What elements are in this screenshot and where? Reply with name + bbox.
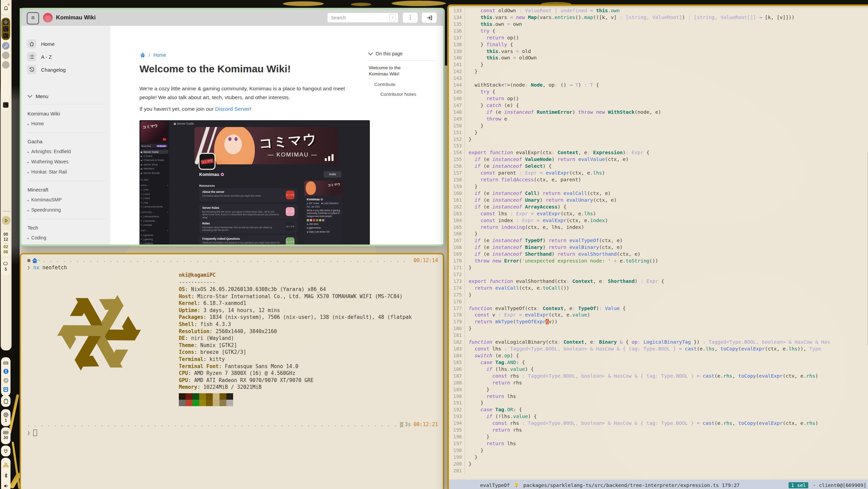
helix-editor-window[interactable]: 133 const oldOwn : ValueRoot | undefined…: [447, 4, 868, 489]
wiki-body: Home A - Z Changelog Menu Komimau Wiki▸H…: [21, 26, 443, 244]
hamburger-menu-button[interactable]: ≡: [27, 12, 39, 24]
discord-channel[interactable]: ▣ Channels & Roles: [140, 158, 168, 162]
workspace-empty[interactable]: [2, 61, 10, 69]
line-number: 160: [449, 190, 465, 197]
discord-channel[interactable]: ▣ Server Boosts: [140, 171, 168, 175]
dock-kitty-pinned[interactable]: >_: [1, 99, 11, 111]
discord-resource-card[interactable]: About the serverInformation about the se…: [199, 188, 298, 202]
discord-group-header[interactable]: main ⌄+: [140, 229, 168, 233]
discord-channel[interactable]: ▣ Server Guide: [140, 150, 168, 154]
power-widget[interactable]: [1, 446, 11, 456]
line-number: 151: [449, 129, 465, 136]
discord-channel[interactable]: # | test: [140, 178, 168, 182]
sidebar-item-home[interactable]: Home: [27, 39, 55, 49]
line-content: }: [469, 136, 472, 143]
search-input[interactable]: Search /: [327, 13, 398, 23]
discord-channel[interactable]: ▣ Members: [140, 167, 168, 171]
clipboard-widget[interactable]: [1, 395, 11, 407]
discord-channel[interactable]: # | rules: [140, 192, 168, 196]
discord-channel[interactable]: ▣ 1 Event: [140, 154, 168, 158]
dock-workspaces: >_ >_: [1, 16, 11, 100]
tray-widget[interactable]: [1, 357, 11, 396]
sidebar-link[interactable]: ▸KomimauSMP: [27, 197, 62, 202]
code-line: 184 switch (e.op) {: [449, 352, 867, 359]
tray-widget-2[interactable]: [1, 458, 11, 489]
line-number: 136: [449, 28, 465, 35]
speaker-icon: [4, 484, 8, 488]
line-content: if (e instanceof Shorthand) return evalS…: [469, 251, 640, 258]
toc-link[interactable]: Contributor Notes: [380, 92, 437, 97]
workspace-steam[interactable]: [2, 42, 10, 50]
discord-channel[interactable]: # | gaming: [140, 237, 168, 241]
discord-channel[interactable]: # | info: [140, 188, 168, 192]
kitty-terminal-icon[interactable]: >_: [3, 26, 8, 32]
discord-channel[interactable]: # | faq: [140, 200, 168, 204]
wiki-site-title[interactable]: Komimau Wiki: [56, 14, 96, 21]
spiral-app-icon[interactable]: [3, 19, 8, 25]
sidebar-menu-toggle[interactable]: Menu: [28, 91, 49, 101]
hourglass-icon: [399, 422, 404, 427]
sidebar-link[interactable]: ▸Wuthering Waves: [27, 159, 69, 164]
discord-server-link[interactable]: Discord Server: [215, 106, 250, 112]
neofetch-userhost: nki@kagamiPC: [179, 272, 215, 278]
command-timestamp: 00:12:14: [414, 257, 438, 264]
line-number: 162: [449, 204, 465, 211]
discord-group-header[interactable]: notice ⌄+: [140, 183, 168, 188]
neofetch-line: Kernel: 6.18.7-xanmod1: [179, 300, 246, 306]
discord-channel[interactable]: # | announcements: [140, 204, 168, 209]
media-play-button[interactable]: [2, 216, 11, 225]
clock-widget[interactable]: 00 12 02 06: [1, 230, 11, 256]
code-area[interactable]: 133 const oldOwn : ValueRoot | undefined…: [449, 7, 867, 478]
discord-channel[interactable]: # | bumps: [140, 223, 168, 227]
toc-link[interactable]: Welcome to the Komimau Wiki!: [369, 65, 410, 77]
sidebar-item-changelog[interactable]: Changelog: [27, 65, 66, 75]
breadcrumb-link-home[interactable]: Home: [153, 52, 166, 58]
sidebar-link[interactable]: ▸Speedrunning: [27, 207, 61, 213]
kebab-menu-button[interactable]: ⋮: [403, 13, 418, 23]
neofetch-line: Icons: breeze [GTK2/3]: [179, 349, 246, 355]
sidebar-link[interactable]: ▸Arknights: Endfield: [27, 149, 71, 154]
discord-group-header[interactable]: community ⌄+: [140, 210, 168, 215]
sidebar-link[interactable]: ▸Coding: [27, 235, 46, 240]
ram-widget[interactable]: 30: [1, 427, 11, 444]
code-line: 170 throw new Error('unexpected expressi…: [449, 258, 867, 265]
discord-channel[interactable]: # | moments: [140, 219, 168, 223]
kitty-terminal-icon[interactable]: >_: [3, 33, 8, 38]
discord-channel[interactable]: # | vtubers: [140, 241, 168, 246]
home-dir-icon: [32, 258, 38, 263]
neofetch-label: Shell: [179, 321, 194, 327]
sidebar-link[interactable]: ▸Linux: [27, 245, 43, 246]
wiki-logo-avatar[interactable]: [43, 13, 53, 22]
toc-link[interactable]: Contribute: [374, 82, 437, 87]
discord-resource-card[interactable]: RolesInformation about membership roles …: [199, 220, 298, 233]
workspace-active[interactable]: >_ >_: [1, 18, 10, 40]
toc-toggle[interactable]: On this page: [369, 51, 437, 56]
line-number: 143: [449, 75, 465, 82]
discord-channel[interactable]: # | introductions: [140, 215, 168, 219]
wiki-main-content: / Home Welcome to the Komimau Wiki! We'r…: [110, 26, 443, 244]
sidebar-item-a-z[interactable]: A - Z: [27, 52, 52, 62]
discord-channel[interactable]: # | roles: [140, 196, 168, 200]
workspace-empty[interactable]: [2, 52, 10, 59]
discord-channel[interactable]: # | general: [140, 233, 168, 237]
discord-invite-button[interactable]: Invite: [324, 171, 341, 178]
line-content: const lhs : Expr = evalExpr(ctx, e.lhs): [469, 211, 596, 217]
search-placeholder: Search: [331, 15, 389, 20]
discord-channel[interactable]: ▣ Server Shop: [140, 162, 168, 166]
line-content: switch (e.op) {: [469, 352, 519, 359]
line-content: }: [469, 292, 472, 298]
neofetch-label: Kernel: [179, 300, 197, 306]
sidebar-link[interactable]: ▸Honkai: Star Rail: [27, 169, 67, 175]
discord-resource-card[interactable]: Frequently Asked QuestionsAdditional inf…: [199, 235, 298, 246]
weather-widget[interactable]: 5: [1, 259, 11, 275]
discord-resource-card[interactable]: Server RulesBy interacting with the serv…: [199, 204, 298, 219]
sign-in-button[interactable]: [422, 13, 437, 23]
terminal-active-prompt[interactable]: ❯: [27, 430, 438, 436]
cpu-widget[interactable]: 1: [1, 409, 11, 426]
discord-channel[interactable]: # | animanga: [140, 246, 168, 246]
notification-bell-button[interactable]: [1, 3, 11, 14]
sidebar-link[interactable]: ▸Home: [27, 121, 44, 126]
terminal-window[interactable]: ❆ ~ . . . . . . . . . . . . . . . . . . …: [20, 253, 444, 489]
sidebar-item-label: Changelog: [41, 67, 66, 73]
breadcrumb-home-icon[interactable]: [140, 53, 145, 57]
